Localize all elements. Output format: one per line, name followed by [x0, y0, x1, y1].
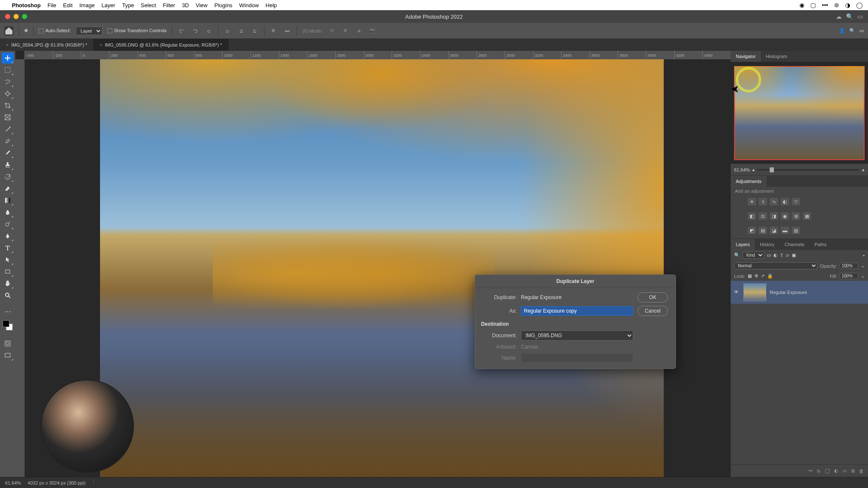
menu-file[interactable]: File [47, 2, 56, 8]
photo-filter-icon[interactable]: ◉ [781, 212, 789, 220]
new-layer-icon[interactable]: ⊞ [851, 468, 855, 474]
fill-input[interactable] [840, 273, 858, 279]
lock-position-icon[interactable]: ✜ [754, 273, 758, 279]
cc-icon[interactable]: ◉ [799, 2, 804, 8]
share-icon[interactable]: 👤 [839, 28, 845, 33]
more-align-icon[interactable]: ••• [283, 27, 292, 35]
tab-histogram[interactable]: Histogram [761, 51, 792, 62]
home-button[interactable] [4, 26, 14, 36]
hand-tool[interactable] [2, 278, 14, 289]
ok-button[interactable]: OK [637, 292, 668, 302]
bw-icon[interactable]: ◨ [770, 212, 778, 220]
blur-tool[interactable] [2, 207, 14, 218]
clock-icon[interactable]: ◯ [856, 2, 863, 8]
opacity-input[interactable] [840, 263, 858, 269]
color-swatches[interactable] [3, 320, 13, 330]
selective-color-icon[interactable]: ▥ [792, 227, 800, 234]
levels-icon[interactable]: ⫵ [759, 198, 767, 205]
posterize-icon[interactable]: ▤ [759, 227, 767, 234]
channel-mixer-icon[interactable]: ⊞ [792, 212, 800, 220]
pen-tool[interactable] [2, 230, 14, 241]
tab-layers[interactable]: Layers [731, 239, 755, 250]
app-name[interactable]: Photoshop [12, 2, 41, 8]
zoom-icon[interactable] [22, 14, 27, 19]
rectangle-tool[interactable] [2, 266, 14, 277]
wifi-icon[interactable]: ⊚ [834, 2, 839, 8]
menu-view[interactable]: View [196, 2, 208, 8]
menu-image[interactable]: Image [79, 2, 95, 8]
filter-type-icon[interactable]: T [780, 253, 783, 258]
invert-icon[interactable]: ◩ [748, 227, 756, 234]
blend-mode-select[interactable]: Normal [734, 262, 818, 269]
tab-img0594[interactable]: × IMG_0594.JPG @ 61.6% (RGB/8*) * [0, 39, 94, 51]
cancel-button[interactable]: Cancel [637, 306, 668, 316]
gradient-tool[interactable] [2, 195, 14, 206]
menu-3d[interactable]: 3D [182, 2, 189, 8]
status-zoom[interactable]: 61.64% [5, 480, 21, 485]
brush-tool[interactable] [2, 147, 14, 158]
align-top-icon[interactable]: ⫐ [223, 27, 232, 35]
menu-plugins[interactable]: Plugins [214, 2, 233, 8]
as-input[interactable] [521, 306, 633, 316]
zoom-slider[interactable] [757, 169, 860, 171]
lock-pixels-icon[interactable]: ▦ [748, 273, 752, 279]
eraser-tool[interactable] [2, 183, 14, 194]
tab-channels[interactable]: Channels [779, 239, 809, 250]
status-caret-icon[interactable]: 〉 [92, 480, 97, 486]
show-transform-checkbox[interactable]: Show Transform Controls [107, 28, 167, 33]
align-center-v-icon[interactable]: ⫑ [237, 27, 245, 35]
history-brush-tool[interactable] [2, 171, 14, 182]
workspace-icon[interactable]: ▭ [857, 13, 863, 20]
menu-filter[interactable]: Filter [163, 2, 175, 8]
move-tool[interactable] [2, 53, 14, 64]
brightness-icon[interactable]: ☀ [748, 198, 756, 205]
zoom-tool[interactable] [2, 290, 14, 301]
mask-icon[interactable]: ◯ [825, 468, 830, 474]
fx-icon[interactable]: fx [817, 469, 821, 474]
color-balance-icon[interactable]: ⚖ [759, 212, 767, 220]
menu-help[interactable]: Help [266, 2, 277, 8]
frame-icon[interactable]: ▭ [860, 28, 864, 33]
record-icon[interactable]: ▢ [810, 2, 816, 8]
edit-toolbar-icon[interactable]: ⋯ [2, 306, 14, 317]
menu-select[interactable]: Select [141, 2, 156, 8]
align-right-icon[interactable]: ⫏ [204, 27, 213, 35]
delete-icon[interactable]: 🗑 [859, 469, 864, 474]
healing-tool[interactable] [2, 136, 14, 147]
vibrance-icon[interactable]: ▽ [792, 198, 800, 205]
menu-layer[interactable]: Layer [101, 2, 115, 8]
eyedropper-tool[interactable] [2, 124, 14, 135]
adjustment-layer-icon[interactable]: ◐ [834, 468, 838, 474]
filter-toggle[interactable]: • [863, 253, 865, 258]
filter-adjust-icon[interactable]: ◐ [773, 252, 778, 258]
search-icon[interactable]: 🔍 [849, 28, 855, 33]
lock-all-icon[interactable]: 🔒 [767, 273, 773, 279]
group-icon[interactable]: ▭ [843, 468, 847, 474]
navigator-preview[interactable]: ➤ [731, 62, 868, 164]
layer-thumbnail[interactable] [743, 283, 766, 301]
close-icon[interactable] [5, 14, 10, 19]
quick-mask-icon[interactable] [2, 338, 14, 349]
type-tool[interactable] [2, 242, 14, 253]
crop-tool[interactable] [2, 100, 14, 111]
minimize-icon[interactable] [14, 14, 19, 19]
curves-icon[interactable]: ∿ [770, 198, 778, 205]
menu-type[interactable]: Type [122, 2, 134, 8]
tab-history[interactable]: History [755, 239, 779, 250]
marquee-tool[interactable] [2, 64, 14, 75]
tab-close-icon[interactable]: × [6, 42, 8, 47]
layer-name[interactable]: Regular Exposure [770, 290, 807, 295]
distribute-icon[interactable]: ⊪ [270, 27, 278, 35]
kind-filter[interactable]: Kind [743, 252, 764, 259]
fill-chevron-icon[interactable]: ⌄ [861, 273, 865, 279]
menu-window[interactable]: Window [239, 2, 259, 8]
exposure-icon[interactable]: ◐ [781, 198, 789, 205]
nav-zoom-value[interactable]: 61.64% [734, 167, 750, 172]
hue-icon[interactable]: ◧ [748, 212, 756, 220]
layer-row[interactable]: 👁 Regular Exposure [731, 281, 868, 304]
cloud-icon[interactable]: ☁ [836, 13, 842, 20]
filter-smart-icon[interactable]: ▣ [792, 252, 796, 258]
zoom-in-icon[interactable]: ▴ [862, 167, 865, 172]
align-left-icon[interactable]: ⫍ [177, 27, 186, 35]
filter-shape-icon[interactable]: ▱ [786, 252, 789, 258]
